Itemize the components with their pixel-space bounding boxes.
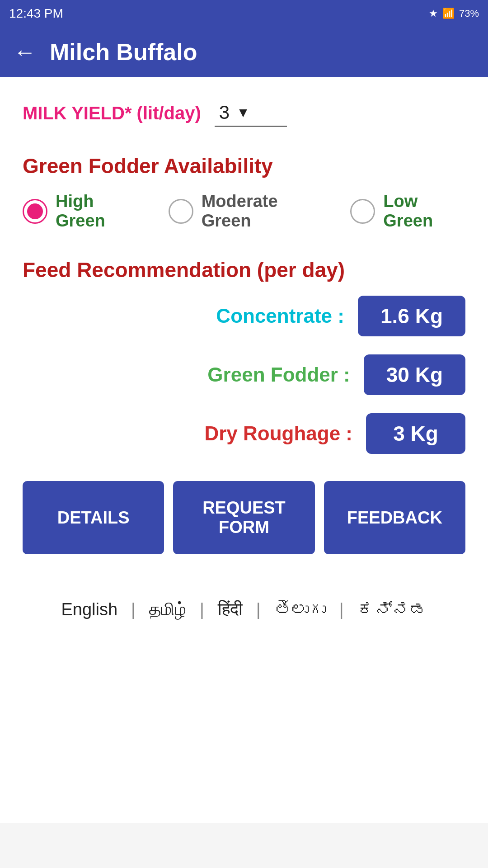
radio-option-low[interactable]: Low Green [350, 192, 465, 231]
radio-circle-moderate [169, 199, 193, 224]
dry-roughage-value: 3 Kg [366, 413, 465, 454]
radio-circle-low [350, 199, 375, 224]
concentrate-label: Concentrate : [23, 305, 344, 327]
feed-recommendation-title: Feed Recommendation (per day) [23, 258, 465, 282]
page-title: Milch Buffalo [50, 38, 197, 66]
radio-circle-high [23, 199, 47, 224]
details-button[interactable]: DETAILS [23, 481, 164, 554]
lang-tamil[interactable]: தமிழ் [149, 599, 186, 619]
main-content: MILK YIELD* (lit/day) 3 ▼ Green Fodder A… [0, 77, 488, 823]
green-fodder-label: Green Fodder : [23, 363, 350, 386]
battery-text: 73% [459, 8, 479, 19]
dry-roughage-row: Dry Roughage : 3 Kg [23, 413, 465, 454]
green-fodder-row: Green Fodder : 30 Kg [23, 354, 465, 395]
status-time: 12:43 PM [9, 6, 63, 21]
language-footer: English | தமிழ் | हिंदी | తెలుగు | ಕನ್ನಡ [23, 581, 465, 637]
app-bar: ← Milch Buffalo [0, 27, 488, 77]
radio-group: High Green Moderate Green Low Green [23, 192, 465, 231]
lang-english[interactable]: English [61, 600, 117, 619]
milk-yield-dropdown[interactable]: 3 ▼ [215, 99, 287, 127]
radio-inner-high [27, 203, 43, 219]
dropdown-arrow-icon: ▼ [236, 105, 250, 120]
lang-sep-1: | [131, 600, 136, 619]
milk-yield-label: MILK YIELD* (lit/day) [23, 103, 201, 123]
request-form-button[interactable]: REQUEST FORM [173, 481, 314, 554]
status-bar: 12:43 PM ★ 📶 73% [0, 0, 488, 27]
lang-hindi[interactable]: हिंदी [218, 599, 243, 619]
bluetooth-icon: ★ [429, 8, 438, 19]
lang-telugu[interactable]: తెలుగు [274, 600, 326, 619]
radio-option-moderate[interactable]: Moderate Green [169, 192, 324, 231]
status-icons: ★ 📶 73% [429, 8, 479, 19]
bottom-buttons: DETAILS REQUEST FORM FEEDBACK [23, 481, 465, 554]
radio-label-moderate: Moderate Green [202, 192, 324, 231]
concentrate-value: 1.6 Kg [358, 296, 465, 336]
lang-sep-2: | [200, 600, 204, 619]
lang-sep-3: | [256, 600, 261, 619]
green-fodder-section: Green Fodder Availability High Green Mod… [23, 154, 465, 231]
concentrate-row: Concentrate : 1.6 Kg [23, 296, 465, 336]
green-fodder-title: Green Fodder Availability [23, 154, 465, 178]
dry-roughage-label: Dry Roughage : [23, 422, 352, 445]
lang-sep-4: | [339, 600, 344, 619]
radio-option-high[interactable]: High Green [23, 192, 141, 231]
radio-label-low: Low Green [383, 192, 465, 231]
feedback-button[interactable]: FEEDBACK [324, 481, 465, 554]
wifi-icon: 📶 [442, 8, 455, 19]
feed-recommendation-section: Feed Recommendation (per day) Concentrat… [23, 258, 465, 454]
back-button[interactable]: ← [14, 39, 36, 65]
milk-yield-value: 3 [219, 102, 230, 123]
milk-yield-section: MILK YIELD* (lit/day) 3 ▼ [23, 99, 465, 127]
lang-kannada[interactable]: ಕನ್ನಡ [357, 600, 427, 619]
green-fodder-value: 30 Kg [364, 354, 465, 395]
radio-label-high: High Green [56, 192, 141, 231]
